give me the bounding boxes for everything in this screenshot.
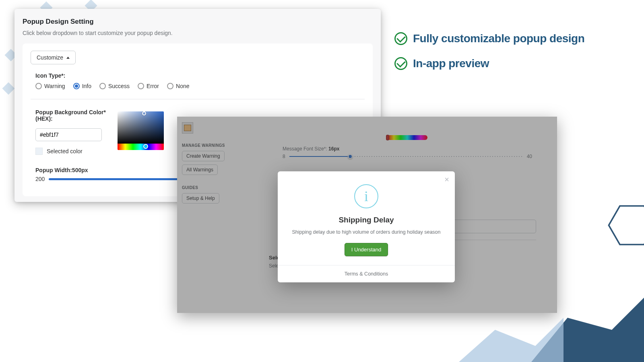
- understand-button[interactable]: I Understand: [345, 243, 388, 256]
- hue-cursor[interactable]: [143, 144, 148, 149]
- radio-label: None: [176, 83, 189, 89]
- popup-message: Shipping delay due to high volume of ord…: [288, 229, 444, 235]
- radio-circle: [138, 83, 144, 89]
- hue-strip[interactable]: [118, 144, 164, 150]
- svg-marker-2: [459, 318, 564, 362]
- settings-description: Click below dropdown to start customize …: [23, 30, 373, 36]
- selected-color-label: Selected color: [47, 148, 83, 154]
- radio-success[interactable]: Success: [99, 83, 130, 89]
- info-icon: i: [354, 184, 378, 208]
- preview-card: MANAGE WARNINGS Create Warning All Warni…: [177, 117, 557, 313]
- radio-label: Info: [82, 83, 91, 89]
- bg-color-input[interactable]: [35, 128, 102, 141]
- check-icon: [394, 32, 407, 45]
- radio-circle: [99, 83, 106, 89]
- feature-item: In-app preview: [394, 57, 584, 70]
- bg-color-label: Popup Background Color*(HEX):: [35, 109, 108, 122]
- decorative-polygon-light: [443, 302, 564, 362]
- caret-up-icon: [66, 57, 70, 59]
- radio-label: Warning: [44, 83, 65, 89]
- divider: [31, 99, 365, 99]
- popup-width-min: 200: [35, 176, 45, 182]
- settings-title: Popup Design Setting: [23, 18, 373, 26]
- radio-info[interactable]: Info: [73, 83, 91, 89]
- svg-marker-0: [609, 206, 644, 245]
- radio-circle: [35, 83, 42, 89]
- check-icon: [394, 57, 407, 70]
- selected-color-swatch: [35, 148, 43, 155]
- radio-error[interactable]: Error: [138, 83, 159, 89]
- popup-modal: × i Shipping Delay Shipping delay due to…: [278, 171, 455, 282]
- feature-item: Fully customizable popup design: [394, 32, 584, 45]
- close-icon[interactable]: ×: [444, 175, 449, 183]
- decorative-diamond: [2, 82, 14, 95]
- customize-dropdown[interactable]: Customize: [31, 51, 76, 64]
- popup-title: Shipping Delay: [288, 216, 444, 224]
- popup-footer-link[interactable]: Terms & Conditions: [278, 265, 455, 282]
- radio-circle: [73, 83, 80, 89]
- feature-text: In-app preview: [413, 57, 489, 70]
- radio-warning[interactable]: Warning: [35, 83, 65, 89]
- saturation-cursor[interactable]: [142, 111, 146, 115]
- color-picker[interactable]: [118, 111, 164, 150]
- icon-type-label: Icon Type*:: [35, 72, 360, 79]
- customize-label: Customize: [37, 54, 63, 61]
- radio-circle: [167, 83, 173, 89]
- feature-checklist: Fully customizable popup design In-app p…: [394, 32, 584, 82]
- radio-none[interactable]: None: [167, 83, 189, 89]
- feature-text: Fully customizable popup design: [413, 32, 584, 45]
- decorative-hex: [604, 201, 644, 249]
- icon-type-radios: Warning Info Success Error None: [35, 83, 360, 89]
- saturation-panel[interactable]: [118, 111, 164, 144]
- selected-color-row: Selected color: [35, 148, 108, 155]
- radio-label: Success: [108, 83, 130, 89]
- radio-label: Error: [147, 83, 159, 89]
